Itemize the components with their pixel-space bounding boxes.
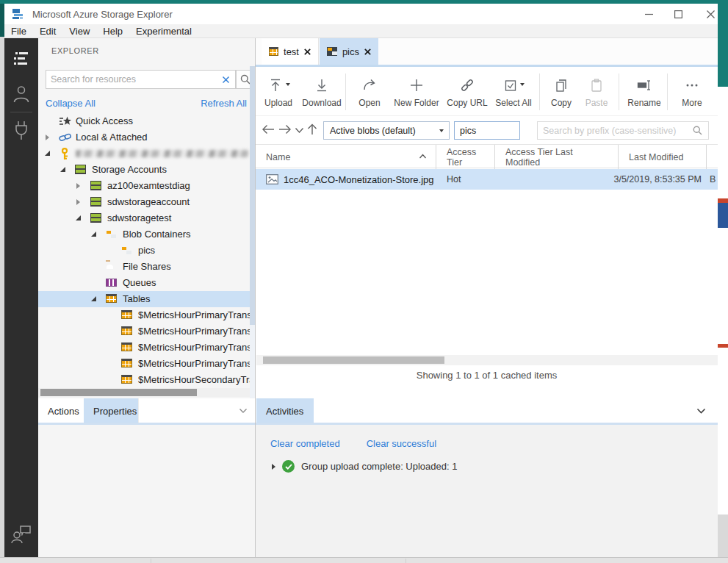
explorer-header: EXPLORER xyxy=(51,46,99,55)
upload-button[interactable]: Upload xyxy=(257,73,300,111)
collapsed-arrow-icon[interactable] xyxy=(76,199,80,205)
expanded-arrow-icon[interactable] xyxy=(60,167,65,172)
more-button[interactable]: More xyxy=(671,73,713,111)
column-header-access-tier[interactable]: Access Tier xyxy=(436,145,495,169)
tree-item-tables[interactable]: Tables xyxy=(38,291,256,307)
rename-button[interactable]: Rename xyxy=(623,73,666,111)
tree-item-sdwstoragetest[interactable]: sdwstoragetest xyxy=(38,210,256,226)
tree-item-subscription[interactable] xyxy=(38,146,256,162)
tree-horizontal-scrollbar[interactable] xyxy=(38,388,256,397)
column-header-partial[interactable] xyxy=(707,145,727,169)
tree-item-metrics-table-4[interactable]: $MetricsHourPrimaryTrans xyxy=(38,356,256,372)
tree-item-sdwstorageaccount[interactable]: sdwstorageaccount xyxy=(38,194,256,210)
menu-edit[interactable]: Edit xyxy=(33,26,62,37)
open-button[interactable]: Open xyxy=(350,73,389,111)
storage-account-icon xyxy=(90,213,101,223)
tree-vertical-scrollbar[interactable] xyxy=(250,66,255,398)
tree-hscroll-thumb[interactable] xyxy=(40,389,197,396)
tab-actions[interactable]: Actions xyxy=(38,398,84,423)
tree-item-file-shares[interactable]: File Shares xyxy=(38,259,256,275)
table-icon xyxy=(269,47,278,56)
collapsed-arrow-icon[interactable] xyxy=(76,183,80,189)
expanded-arrow-icon[interactable] xyxy=(91,296,96,301)
tree-item-quick-access[interactable]: Quick Access xyxy=(38,113,256,129)
expand-activity-arrow-icon[interactable] xyxy=(272,464,275,470)
clear-search-icon[interactable] xyxy=(217,76,235,83)
collapse-all-link[interactable]: Collapse All xyxy=(46,98,95,109)
quick-access-icon xyxy=(59,116,71,126)
table-icon xyxy=(121,310,132,319)
sort-ascending-icon xyxy=(419,154,427,159)
collapsed-arrow-icon[interactable] xyxy=(46,135,49,140)
clear-successful-link[interactable]: Clear successful xyxy=(367,438,436,449)
blob-list-hscroll-thumb[interactable] xyxy=(263,356,444,364)
blob-list-horizontal-scrollbar[interactable] xyxy=(256,355,718,365)
paste-button[interactable]: Paste xyxy=(579,73,614,111)
feedback-icon[interactable] xyxy=(4,525,38,544)
toolbar-separator xyxy=(539,73,540,110)
tree-item-metrics-table-3[interactable]: $MetricsHourPrimaryTrans xyxy=(38,340,256,356)
activity-item[interactable]: Group upload complete: Uploaded: 1 xyxy=(272,460,457,473)
blob-state-dropdown[interactable]: Active blobs (default) xyxy=(323,121,450,140)
column-header-access-tier-last-modified[interactable]: Access Tier Last Modified xyxy=(495,145,619,169)
tree-vscroll-thumb[interactable] xyxy=(250,66,255,325)
clear-completed-link[interactable]: Clear completed xyxy=(270,438,340,449)
menu-view[interactable]: View xyxy=(62,26,96,37)
search-icon[interactable] xyxy=(687,126,708,135)
minimize-button[interactable] xyxy=(638,7,660,21)
tree-item-az100examtestdiag[interactable]: az100examtestdiag xyxy=(38,178,256,194)
up-level-icon[interactable] xyxy=(307,123,317,136)
history-chevron-icon[interactable] xyxy=(295,127,304,134)
tree-item-metrics-table-1[interactable]: $MetricsHourPrimaryTrans xyxy=(38,307,256,323)
forward-arrow-icon[interactable] xyxy=(278,124,292,135)
close-tab-icon[interactable] xyxy=(304,49,311,55)
close-tab-icon[interactable] xyxy=(364,49,371,55)
new-folder-button[interactable]: New Folder xyxy=(389,73,444,111)
path-input[interactable] xyxy=(454,121,520,140)
tab-pics[interactable]: pics xyxy=(320,38,378,65)
tree-item-metrics-table-2[interactable]: $MetricsHourPrimaryTrans xyxy=(38,323,256,340)
tree-item-local-attached[interactable]: Local & Attached xyxy=(38,129,256,146)
copy-url-button[interactable]: Copy URL xyxy=(444,73,491,111)
menu-file[interactable]: File xyxy=(4,26,33,37)
explorer-view-icon[interactable] xyxy=(4,51,38,66)
refresh-all-link[interactable]: Refresh All xyxy=(201,98,247,109)
expanded-arrow-icon[interactable] xyxy=(45,151,50,156)
resource-search-input[interactable] xyxy=(46,74,217,85)
expanded-arrow-icon[interactable] xyxy=(76,215,81,220)
back-arrow-icon[interactable] xyxy=(262,124,275,135)
blob-row-selected[interactable]: 1cc46_ACO-Monetization-Store.jpg Hot 3/5… xyxy=(256,169,718,190)
tree-item-pics[interactable]: pics xyxy=(38,243,256,259)
copy-button[interactable]: Copy xyxy=(544,73,579,111)
tree-item-metrics-table-5[interactable]: $MetricsHourSecondaryTra xyxy=(38,372,256,388)
tree-item-storage-accounts[interactable]: Storage Accounts xyxy=(38,162,256,178)
dropdown-caret-icon xyxy=(520,83,525,86)
menu-help[interactable]: Help xyxy=(96,26,129,37)
collapse-panel-chevron-icon[interactable] xyxy=(696,408,706,415)
column-header-last-modified[interactable]: Last Modified xyxy=(619,145,707,169)
download-button[interactable]: Download xyxy=(298,73,345,111)
tree-item-queues[interactable]: Queues xyxy=(38,275,256,291)
table-icon xyxy=(121,326,132,335)
maximize-button[interactable] xyxy=(667,7,689,21)
tab-activities[interactable]: Activities xyxy=(256,398,314,423)
tree-item-blob-containers[interactable]: Blob Containers xyxy=(38,226,256,243)
window-title: Microsoft Azure Storage Explorer xyxy=(32,9,173,20)
close-button[interactable] xyxy=(699,7,721,21)
account-icon[interactable] xyxy=(4,84,38,103)
blob-state-value: Active blobs (default) xyxy=(330,126,416,136)
tab-properties[interactable]: Properties xyxy=(84,398,138,423)
menu-experimental[interactable]: Experimental xyxy=(129,26,198,37)
toolbar-separator xyxy=(345,73,346,110)
app-logo-icon xyxy=(12,8,24,20)
prefix-search-input[interactable] xyxy=(538,126,687,136)
column-header-name[interactable]: Name xyxy=(256,145,436,169)
activity-text: Group upload complete: Uploaded: 1 xyxy=(301,461,457,472)
bottom-left-tab-underline xyxy=(38,423,255,425)
expanded-arrow-icon[interactable] xyxy=(91,232,96,237)
select-all-button[interactable]: Select All xyxy=(491,73,536,111)
tab-test[interactable]: test xyxy=(262,38,319,65)
connect-plug-icon[interactable] xyxy=(4,121,38,141)
editor-tab-bar: test pics xyxy=(256,38,718,65)
properties-combobox[interactable] xyxy=(138,398,255,423)
